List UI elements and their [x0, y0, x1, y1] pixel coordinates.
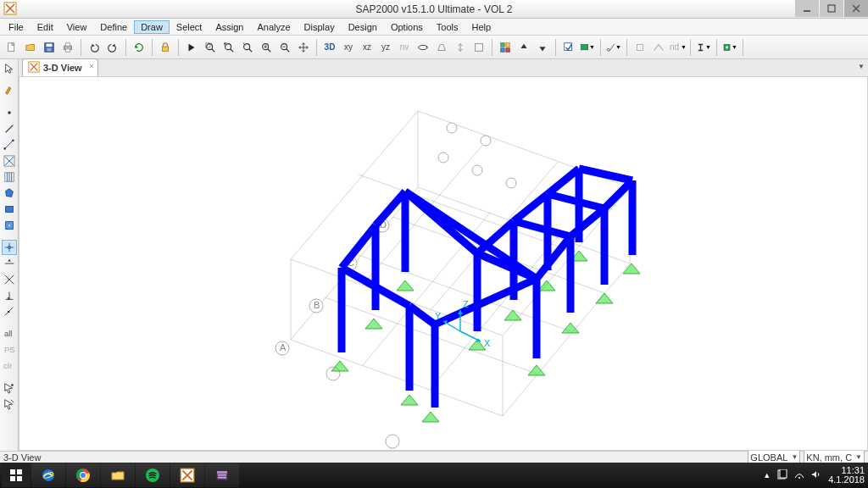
quick-draw-area-button[interactable] [2, 218, 17, 233]
clr-button[interactable]: clr [2, 358, 17, 374]
named-display-button[interactable]: nd▼ [669, 39, 686, 56]
zoom-in-button[interactable] [258, 39, 275, 56]
reshape-button[interactable] [2, 83, 17, 98]
set-elements-button[interactable] [497, 39, 514, 56]
taskbar-explorer-button[interactable] [101, 463, 135, 487]
snap-to-lines-button[interactable] [2, 304, 17, 319]
window-controls [794, 0, 868, 17]
view-xy-button[interactable]: xy [340, 39, 357, 56]
quick-draw-braces-button[interactable] [2, 153, 17, 169]
menu-options[interactable]: Options [384, 20, 430, 34]
menu-assign[interactable]: Assign [209, 20, 250, 34]
draw-frame-button[interactable] [2, 121, 17, 136]
view-tab-strip: 3-D View × ▼ [19, 59, 868, 76]
model-3d-canvas[interactable]: ABCD [19, 76, 868, 451]
taskbar-chrome-button[interactable] [66, 463, 100, 487]
rotate-3d-button[interactable] [415, 39, 431, 56]
undo-button[interactable] [86, 39, 103, 56]
svg-text:clr: clr [3, 361, 13, 370]
status-view-label: 3-D View [3, 452, 41, 463]
pointer-button[interactable] [2, 61, 17, 76]
move-down-button[interactable] [534, 39, 551, 56]
new-model-button[interactable] [3, 39, 20, 56]
rubber-band-zoom-button[interactable] [202, 39, 219, 56]
view-tab-3d[interactable]: 3-D View × [22, 58, 98, 76]
menu-file[interactable]: File [2, 20, 31, 34]
svg-point-13 [207, 43, 213, 49]
line-select-button[interactable] [2, 396, 17, 412]
draw-rect-area-button[interactable] [2, 202, 17, 217]
snap-to-perpendicular-button[interactable] [2, 288, 17, 303]
view-3d-button[interactable]: 3D [321, 39, 338, 56]
ps-button[interactable]: PS [2, 342, 17, 358]
quick-draw-secondary-beams-button[interactable] [2, 169, 17, 185]
redo-button[interactable] [104, 39, 121, 56]
save-button[interactable] [41, 39, 58, 56]
system-clock[interactable]: 11:31 4.1.2018 [828, 466, 865, 485]
close-button[interactable] [844, 0, 868, 17]
snap-to-intersections-button[interactable] [2, 272, 17, 287]
taskbar-spotify-button[interactable] [136, 463, 170, 487]
menu-edit[interactable]: Edit [31, 20, 60, 34]
object-fill-button[interactable] [470, 39, 487, 56]
zoom-out-button[interactable] [276, 39, 293, 56]
maximize-button[interactable] [820, 0, 843, 17]
run-analysis-button[interactable] [183, 39, 200, 56]
taskbar-sap2000-button[interactable] [170, 463, 204, 487]
tray-network-icon[interactable] [794, 469, 804, 481]
tab-overflow-icon[interactable]: ▼ [858, 63, 865, 70]
menu-help[interactable]: Help [465, 20, 498, 34]
svg-rect-12 [163, 47, 169, 51]
menu-display[interactable]: Display [298, 20, 342, 34]
special-joint-button[interactable] [632, 39, 648, 56]
shrink-button[interactable] [452, 39, 469, 56]
print-button[interactable] [59, 39, 76, 56]
quick-draw-frame-button[interactable] [2, 137, 17, 152]
start-button[interactable] [2, 463, 31, 487]
taskbar-ie-button[interactable] [31, 463, 65, 487]
menu-analyze[interactable]: Analyze [250, 20, 297, 34]
lock-button[interactable] [157, 39, 174, 56]
svg-point-89 [386, 435, 399, 448]
menu-tools[interactable]: Tools [430, 20, 465, 34]
pan-button[interactable] [295, 39, 312, 56]
restore-full-view-button[interactable] [220, 39, 237, 56]
show-grid-button[interactable]: ▼ [579, 39, 596, 56]
assign-button[interactable]: ▼ [721, 39, 738, 56]
view-xz-button[interactable]: xz [359, 39, 376, 56]
tray-volume-icon[interactable] [811, 469, 821, 481]
menu-draw[interactable]: Draw [134, 20, 170, 34]
open-button[interactable] [22, 39, 39, 56]
extrude-check-button[interactable] [560, 39, 577, 56]
svg-point-57 [7, 311, 9, 313]
all-button[interactable]: all [2, 326, 17, 341]
tray-show-hidden-icon[interactable]: ▲ [763, 471, 771, 480]
menu-design[interactable]: Design [342, 20, 384, 34]
view-yz-button[interactable]: yz [377, 39, 394, 56]
previous-zoom-button[interactable] [239, 39, 256, 56]
svg-line-76 [291, 111, 418, 259]
snap-options-button[interactable]: ▼ [605, 39, 622, 56]
menu-view[interactable]: View [60, 20, 94, 34]
tab-close-icon[interactable]: × [89, 62, 93, 70]
named-view-button[interactable]: nv [396, 39, 413, 56]
minimize-button[interactable] [795, 0, 819, 17]
svg-text:Z: Z [463, 299, 469, 309]
svg-point-52 [8, 225, 10, 226]
svg-line-19 [249, 48, 253, 52]
frame-button[interactable] [650, 39, 667, 56]
taskbar-winrar-button[interactable] [205, 463, 239, 487]
draw-special-joint-button[interactable] [2, 105, 17, 120]
perspective-button[interactable] [433, 39, 450, 56]
move-up-button[interactable] [515, 39, 532, 56]
point-select-button[interactable] [2, 380, 17, 396]
snap-to-points-button[interactable] [2, 240, 17, 255]
snap-to-midpoints-button[interactable] [2, 256, 17, 271]
svg-point-43 [3, 147, 6, 150]
menu-select[interactable]: Select [170, 20, 209, 34]
menu-define[interactable]: Define [93, 20, 134, 34]
refresh-button[interactable] [131, 39, 147, 56]
draw-poly-area-button[interactable] [2, 186, 17, 201]
tray-action-center-icon[interactable] [777, 469, 787, 481]
section-i-button[interactable]: ▼ [695, 39, 712, 56]
